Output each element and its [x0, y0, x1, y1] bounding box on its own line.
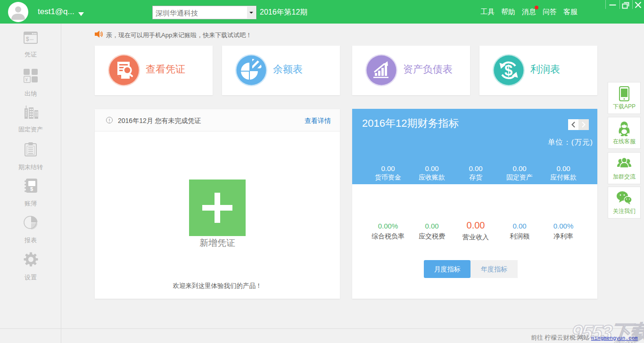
- svg-text:$: $: [504, 62, 512, 79]
- svg-text:$: $: [26, 36, 29, 42]
- svg-text:¥: ¥: [25, 77, 28, 82]
- svg-text:...: ...: [30, 36, 34, 41]
- svg-text:$: $: [30, 186, 33, 192]
